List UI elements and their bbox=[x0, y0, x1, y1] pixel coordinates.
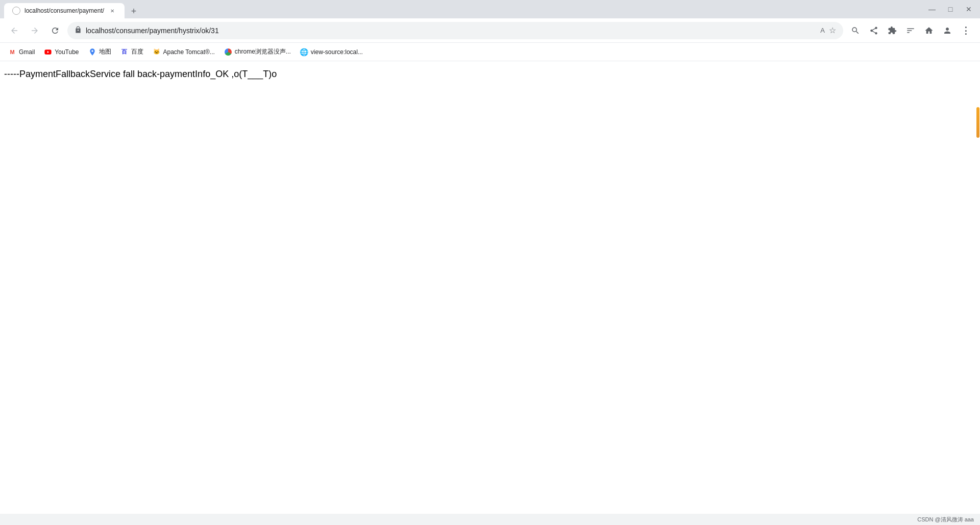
baidu-icon: 百 bbox=[120, 48, 129, 56]
bookmark-baidu-label: 百度 bbox=[131, 47, 143, 56]
address-text: localhost/consumer/payment/hystrix/ok/31 bbox=[86, 27, 816, 35]
menu-button[interactable]: ⋮ bbox=[958, 22, 974, 39]
tab-title: localhost/consumer/payment/ bbox=[24, 7, 104, 14]
tab-search-button[interactable] bbox=[902, 22, 919, 39]
browser-window: localhost/consumer/payment/ ✕ + — □ ✕ bbox=[0, 0, 980, 525]
back-button[interactable] bbox=[6, 22, 22, 39]
status-text: CSDN @清风微涛 aaa bbox=[917, 516, 974, 523]
bookmark-view-source-label: view-source:local... bbox=[311, 48, 363, 56]
tab-close-button[interactable]: ✕ bbox=[108, 7, 116, 15]
bookmark-maps[interactable]: 地图 bbox=[84, 45, 115, 58]
nav-actions: ⋮ bbox=[847, 22, 974, 39]
new-tab-button[interactable]: + bbox=[127, 4, 141, 18]
bookmark-tomcat-label: Apache Tomcat®... bbox=[163, 48, 215, 56]
address-actions: A ☆ bbox=[820, 26, 836, 35]
bookmark-star-icon[interactable]: ☆ bbox=[829, 26, 836, 35]
nav-bar: localhost/consumer/payment/hystrix/ok/31… bbox=[0, 18, 980, 43]
globe-icon: 🌐 bbox=[300, 48, 308, 56]
title-bar: localhost/consumer/payment/ ✕ + — □ ✕ bbox=[0, 0, 980, 18]
split-view-button[interactable] bbox=[921, 22, 937, 39]
share-button[interactable] bbox=[866, 22, 882, 39]
tomcat-icon: 🐱 bbox=[153, 48, 161, 56]
forward-button[interactable] bbox=[27, 22, 43, 39]
bookmark-view-source[interactable]: 🌐 view-source:local... bbox=[296, 46, 367, 58]
reload-button[interactable] bbox=[47, 22, 63, 39]
bookmark-youtube[interactable]: YouTube bbox=[40, 46, 83, 58]
translate-icon[interactable]: A bbox=[820, 27, 825, 34]
active-tab[interactable]: localhost/consumer/payment/ ✕ bbox=[4, 3, 125, 18]
bookmarks-bar: M Gmail YouTube 地图 百 百度 🐱 Apach bbox=[0, 43, 980, 61]
maps-icon bbox=[88, 48, 96, 56]
scrollbar[interactable] bbox=[976, 102, 980, 306]
gmail-icon: M bbox=[8, 48, 16, 56]
window-controls: — □ ✕ bbox=[925, 2, 976, 16]
close-button[interactable]: ✕ bbox=[962, 2, 976, 16]
bookmark-baidu[interactable]: 百 百度 bbox=[116, 45, 148, 58]
extensions-button[interactable] bbox=[884, 22, 900, 39]
bookmark-gmail-label: Gmail bbox=[19, 48, 35, 56]
tab-bar: localhost/consumer/payment/ ✕ + bbox=[4, 0, 923, 18]
bookmark-chrome-sound[interactable]: chrome浏览器没声... bbox=[220, 45, 295, 58]
bookmark-gmail[interactable]: M Gmail bbox=[4, 46, 39, 58]
maximize-button[interactable]: □ bbox=[943, 2, 958, 16]
tab-favicon bbox=[12, 7, 20, 15]
search-icon-button[interactable] bbox=[847, 22, 864, 39]
lock-icon bbox=[75, 26, 82, 35]
bookmark-tomcat[interactable]: 🐱 Apache Tomcat®... bbox=[149, 46, 219, 58]
profile-button[interactable] bbox=[939, 22, 955, 39]
bookmark-chrome-sound-label: chrome浏览器没声... bbox=[235, 47, 291, 56]
page-content: -----PaymentFallbackService fall back-pa… bbox=[0, 61, 980, 514]
bookmark-youtube-label: YouTube bbox=[55, 48, 79, 56]
page-main-text: -----PaymentFallbackService fall back-pa… bbox=[4, 67, 976, 81]
scrollbar-thumb[interactable] bbox=[976, 107, 979, 138]
address-bar[interactable]: localhost/consumer/payment/hystrix/ok/31… bbox=[67, 22, 843, 39]
status-bar: CSDN @清风微涛 aaa bbox=[0, 514, 980, 525]
bookmark-maps-label: 地图 bbox=[99, 47, 111, 56]
minimize-button[interactable]: — bbox=[925, 2, 939, 16]
chrome-color-icon bbox=[224, 48, 232, 56]
youtube-icon bbox=[44, 48, 52, 56]
